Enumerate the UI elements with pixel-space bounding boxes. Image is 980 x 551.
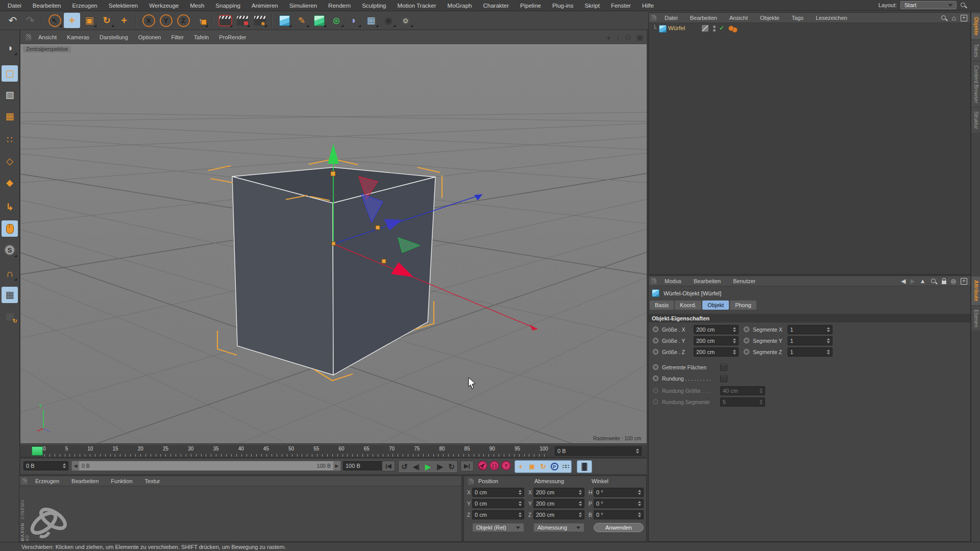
autokey-icon[interactable]: ( ) [489,461,499,470]
object-row[interactable]: └ Würfel ✓ [649,24,970,34]
key-scale-icon[interactable]: ▣ [526,463,537,470]
timeline-ruler[interactable]: 0510152025303540455055606570758085909510… [20,444,647,458]
make-editable-icon[interactable]: ◑ [2,40,18,56]
maximize-icon[interactable]: ▣ [636,33,644,42]
ruler-tick-label-90[interactable]: 90 [489,446,495,452]
panel-grip-icon[interactable] [26,34,31,40]
axis-mode-icon[interactable]: ↳ [2,199,18,215]
next-key-icon[interactable]: ↻ [446,462,457,471]
viewport-menu-item-optionen[interactable]: Optionen [133,34,166,40]
ruler-tick-label-70[interactable]: 70 [389,446,395,452]
ruler-tick-label-40[interactable]: 40 [238,446,244,452]
object-manager-menu-item-bearbeiten[interactable]: Bearbeiten [684,15,723,21]
render-settings-icon[interactable] [252,13,268,28]
panel-grip-icon[interactable] [468,479,474,485]
keyframe-circle[interactable] [653,375,658,381]
keyframe-selection-icon[interactable]: ? [501,461,511,470]
menubar-item-datei[interactable]: Datei [2,3,27,9]
ruler-tick-label-10[interactable]: 10 [87,446,93,452]
position-y-field[interactable]: 0 cm [472,499,524,508]
attribute-tab-phong[interactable]: Phong [730,300,756,310]
play-icon[interactable]: ▶ [422,463,434,471]
side-tab-takes[interactable]: Takes [971,40,980,61]
search-icon[interactable] [930,278,937,285]
menubar-item-hilfe[interactable]: Hilfe [636,3,659,9]
menubar-item-animieren[interactable]: Animieren [246,3,284,9]
menubar-item-plug-ins[interactable]: Plug-ins [547,3,579,9]
lock-workplane-icon[interactable]: ▦ [2,287,18,303]
keyframe-circle[interactable] [653,349,658,355]
ruler-tick-label-75[interactable]: 75 [414,446,420,452]
y-axis-lock-icon[interactable]: Y [158,13,174,28]
subdivision-surface-icon[interactable] [311,13,327,28]
open-timeline-icon[interactable] [577,460,592,473]
ruler-frame-field[interactable]: 0 B [555,446,642,456]
key-position-icon[interactable]: + [515,463,526,470]
viewport-menu-item-darstellung[interactable]: Darstellung [94,34,133,40]
menubar-item-skript[interactable]: Skript [579,3,605,9]
add-panel-icon[interactable]: + [961,278,967,285]
key-pla-icon[interactable]: ∷∷ [560,463,571,470]
texture-mode-icon[interactable]: ▨ [2,87,18,103]
menubar-item-werkzeuge[interactable]: Werkzeuge [143,3,184,9]
texture-tag-icon[interactable] [702,25,708,32]
segments-x-input[interactable]: 1 [788,325,832,334]
apply-button[interactable]: Anwenden [594,523,644,532]
panel-grip-icon[interactable] [21,478,27,484]
visibility-dots-icon[interactable] [713,26,716,28]
phong-tag-icon[interactable] [728,26,734,31]
size-x-input[interactable]: 200 cm [694,325,739,334]
ruler-tick-label-45[interactable]: 45 [263,446,269,452]
attribute-menu-item-modus[interactable]: Modus [658,278,688,284]
x-axis-lock-icon[interactable]: X [140,13,157,28]
timeline-range-slider[interactable]: ◀ 0 B 100 B ▶ [71,461,341,471]
size-x-field[interactable]: 200 cm [533,488,584,497]
angle-b-field[interactable]: 0 ° [594,510,644,519]
menubar-item-motion-tracker[interactable]: Motion Tracker [392,3,442,9]
material-menu-item-bearbeiten[interactable]: Bearbeiten [65,478,105,484]
segments-y-input[interactable]: 1 [788,336,832,345]
menubar-item-mesh[interactable]: Mesh [184,3,210,9]
range-end-handle[interactable]: ▶ [333,461,340,470]
ruler-tick-label-15[interactable]: 15 [113,446,118,452]
redo-icon[interactable]: ↷ [22,13,38,28]
model-mode-icon[interactable]: ▢ [2,65,18,82]
mograph-icon[interactable]: ⊛ [328,13,345,28]
ruler-tick-label-35[interactable]: 35 [213,446,218,452]
attribute-tab-koord-[interactable]: Koord. [675,300,701,310]
key-parameter-icon[interactable]: P [549,463,560,470]
menubar-item-erzeugen[interactable]: Erzeugen [66,3,103,9]
material-menu-item-erzeugen[interactable]: Erzeugen [29,478,65,484]
size-y-field[interactable]: 200 cm [533,499,584,508]
edges-mode-icon[interactable]: ◇ [2,153,18,169]
ruler-tick-label-100[interactable]: 100 [540,446,548,452]
position-mode-dropdown[interactable]: Objekt (Rel) [472,523,524,532]
dolly-icon[interactable]: ↕ [616,33,620,42]
menubar-item-simulieren[interactable]: Simulieren [284,3,323,9]
angle-p-field[interactable]: 0 ° [594,499,644,508]
search-icon[interactable] [960,2,967,9]
keyframe-circle[interactable] [653,338,658,343]
next-frame-icon[interactable]: |▶ [434,463,446,470]
side-tab-ebenen[interactable]: Ebenen [971,306,980,331]
panel-grip-icon[interactable] [651,278,656,284]
attribute-menu-item-benutzer[interactable]: Benutzer [727,278,762,284]
menubar-item-selektieren[interactable]: Selektieren [103,3,144,9]
attribute-tab-basis[interactable]: Basis [650,300,674,310]
goto-start-icon[interactable]: |◀ [382,461,395,471]
ruler-tick-label-80[interactable]: 80 [439,446,445,452]
ruler-tick-label-85[interactable]: 85 [464,446,470,452]
solo-mode-icon[interactable]: S [2,242,18,258]
size-z-input[interactable]: 200 cm [694,347,739,357]
pan-icon[interactable]: + [606,33,611,42]
ruler-tick-label-65[interactable]: 65 [364,446,370,452]
goto-end-icon[interactable]: ▶| [460,461,474,471]
key-rotation-icon[interactable]: ↻ [537,463,549,470]
segments-z-input[interactable]: 1 [788,347,832,357]
menubar-item-sculpting[interactable]: Sculpting [356,3,391,9]
layout-dropdown[interactable]: Start [900,1,957,9]
side-tab-objekte[interactable]: Objekte [971,13,980,39]
separate-surfaces-checkbox[interactable] [720,364,727,371]
material-menu-item-funktion[interactable]: Funktion [105,478,138,484]
ruler-tick-label-60[interactable]: 60 [339,446,345,452]
